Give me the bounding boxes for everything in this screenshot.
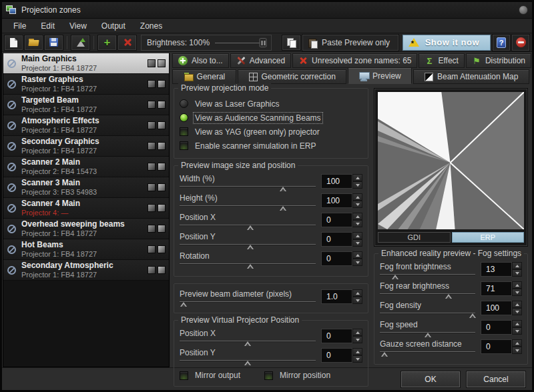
- slider-track[interactable]: [180, 261, 316, 269]
- copy-preview-button[interactable]: [282, 35, 300, 50]
- ok-button[interactable]: OK: [401, 371, 460, 387]
- spin-value[interactable]: 0: [481, 339, 512, 354]
- zone-list-item[interactable]: Secondary Atmospheric Projector 1: FB4 1…: [3, 260, 169, 281]
- zone-list-item[interactable]: Scanner 4 Main Projector 4: —: [3, 198, 169, 219]
- slider-thumb[interactable]: [247, 245, 254, 249]
- open-zones-button[interactable]: [25, 35, 43, 50]
- slider-thumb[interactable]: [247, 225, 254, 230]
- menu-item-output[interactable]: Output: [95, 20, 131, 32]
- zone-checkbox-2[interactable]: [158, 183, 166, 191]
- tab-preview[interactable]: Preview: [348, 67, 412, 84]
- slider-thumb[interactable]: [247, 264, 254, 269]
- spin-value[interactable]: 0: [481, 320, 512, 335]
- menu-item-file[interactable]: File: [7, 20, 32, 32]
- tab-also-to[interactable]: Also to...: [172, 53, 229, 68]
- slider-track[interactable]: [380, 272, 475, 280]
- slider-thumb[interactable]: [445, 294, 452, 299]
- zone-list-item[interactable]: Targeted Beam Projector 1: FB4 18727: [3, 95, 169, 115]
- spin-value[interactable]: 0: [321, 329, 352, 343]
- mirror-position-checkbox-row[interactable]: Mirror position: [264, 370, 332, 381]
- zone-list-item[interactable]: Overhead sweeping beams Projector 1: FB4…: [3, 219, 169, 239]
- option-row[interactable]: Enable scanner simulation in ERP: [180, 139, 362, 153]
- spin-value[interactable]: 0: [321, 232, 352, 247]
- zone-checkbox-2[interactable]: [158, 59, 166, 67]
- slider-track[interactable]: [180, 203, 316, 211]
- delete-zone-button[interactable]: [118, 35, 136, 50]
- slider-thumb[interactable]: [244, 361, 251, 365]
- slider-track[interactable]: [180, 223, 316, 231]
- spin-value[interactable]: 100: [481, 301, 512, 315]
- slider-track[interactable]: [180, 339, 316, 347]
- erp-button[interactable]: ERP: [452, 232, 525, 243]
- spin-up-button[interactable]: [352, 193, 362, 201]
- spin-down-button[interactable]: [352, 220, 362, 227]
- title-bar[interactable]: Projection zones: [2, 2, 532, 19]
- new-zones-button[interactable]: [5, 35, 23, 50]
- zone-list-item[interactable]: Scanner 3 Main Projector 3: FB3 54983: [3, 177, 169, 198]
- spin-up-button[interactable]: [352, 213, 362, 220]
- zone-list-item[interactable]: Hot Beams Projector 1: FB4 18727: [3, 239, 169, 260]
- option-row[interactable]: View as Audience Scanning Beams: [180, 111, 362, 125]
- zone-checkbox-2[interactable]: [158, 142, 166, 150]
- tab-beam-attenuation-map[interactable]: Beam Attenuation Map: [413, 69, 529, 84]
- zone-checkbox-1[interactable]: [148, 266, 156, 274]
- checkbox[interactable]: [180, 371, 188, 380]
- projector-settings-button[interactable]: [71, 35, 89, 50]
- tab-geometric-correction[interactable]: Geometric correction: [238, 69, 347, 84]
- zone-checkbox-1[interactable]: [148, 142, 156, 150]
- tab-general[interactable]: General: [172, 69, 236, 84]
- spin-down-button[interactable]: [512, 308, 522, 315]
- show-it-now-button[interactable]: * Show it now: [403, 35, 491, 51]
- spin-down-button[interactable]: [352, 239, 362, 247]
- spin-down-button[interactable]: [352, 336, 362, 343]
- slider-track[interactable]: [180, 184, 316, 192]
- tab-distribution[interactable]: ⚑ Distribution: [466, 53, 531, 68]
- slider-thumb[interactable]: [425, 333, 431, 337]
- spin-value[interactable]: 71: [481, 281, 512, 296]
- menu-item-view[interactable]: View: [63, 20, 93, 32]
- spin-value[interactable]: 100: [321, 193, 352, 208]
- save-zones-button[interactable]: [45, 35, 63, 50]
- zone-list-item[interactable]: Raster Graphics Projector 1: FB4 18727: [3, 74, 169, 95]
- spin-up-button[interactable]: [512, 301, 522, 308]
- radio-button[interactable]: [180, 99, 188, 108]
- checkbox[interactable]: [180, 127, 188, 136]
- window-menu-button[interactable]: [519, 5, 528, 15]
- checkbox[interactable]: [264, 371, 273, 380]
- zone-list-item[interactable]: Atmospheric Effects Projector 1: FB4 187…: [3, 115, 169, 136]
- spin-down-button[interactable]: [512, 347, 522, 354]
- slider-thumb[interactable]: [381, 352, 388, 357]
- radio-button[interactable]: [180, 113, 188, 122]
- spin-value[interactable]: 1.0: [321, 289, 352, 304]
- spin-up-button[interactable]: [512, 281, 522, 289]
- paste-preview-only-button[interactable]: Paste Preview only: [302, 35, 398, 51]
- slider-track[interactable]: [380, 349, 475, 357]
- spin-up-button[interactable]: [352, 329, 362, 336]
- spin-up-button[interactable]: [512, 320, 522, 327]
- spin-value[interactable]: 0: [321, 251, 352, 266]
- spin-up-button[interactable]: [352, 232, 362, 239]
- spin-up-button[interactable]: [512, 339, 522, 347]
- slider-thumb[interactable]: [280, 187, 286, 191]
- slider-track[interactable]: [180, 299, 316, 307]
- spin-up-button[interactable]: [352, 348, 362, 355]
- tab-unresolved-zone-names-65[interactable]: Unresolved zone names: 65: [292, 53, 417, 68]
- zone-checkbox-1[interactable]: [148, 183, 156, 191]
- menu-item-edit[interactable]: Edit: [35, 20, 61, 32]
- slider-track[interactable]: [380, 330, 475, 338]
- zone-list-item[interactable]: Secondary Graphics Projector 1: FB4 1872…: [3, 136, 169, 157]
- mirror-output-checkbox-row[interactable]: Mirror output: [180, 370, 242, 381]
- spin-down-button[interactable]: [512, 269, 522, 277]
- gdi-button[interactable]: GDI: [378, 232, 451, 243]
- spin-value[interactable]: 0: [321, 348, 352, 363]
- spin-down-button[interactable]: [352, 259, 362, 266]
- brightness-slider-thumb[interactable]: [260, 38, 267, 47]
- option-row[interactable]: View as YAG (green only) projector: [180, 125, 362, 139]
- zone-checkbox-1[interactable]: [148, 225, 156, 233]
- spin-up-button[interactable]: [512, 262, 522, 269]
- zone-list-item[interactable]: Scanner 2 Main Projector 2: FB4 15473: [3, 157, 169, 177]
- zone-list-item[interactable]: Main Graphics Projector 1: FB4 18727: [3, 53, 169, 74]
- zone-checkbox-2[interactable]: [158, 204, 166, 212]
- zone-checkbox-1[interactable]: [148, 80, 156, 88]
- zone-checkbox-2[interactable]: [158, 245, 166, 253]
